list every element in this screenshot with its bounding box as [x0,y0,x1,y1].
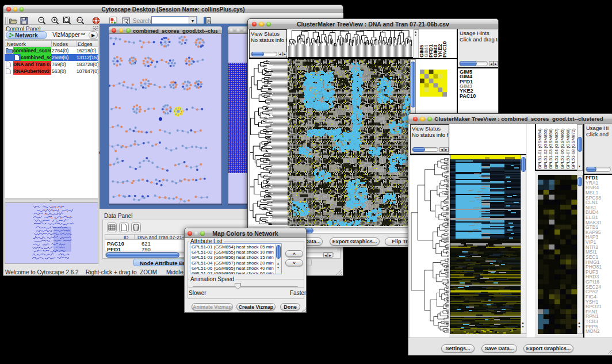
svg-text:1:1: 1:1 [78,18,82,21]
